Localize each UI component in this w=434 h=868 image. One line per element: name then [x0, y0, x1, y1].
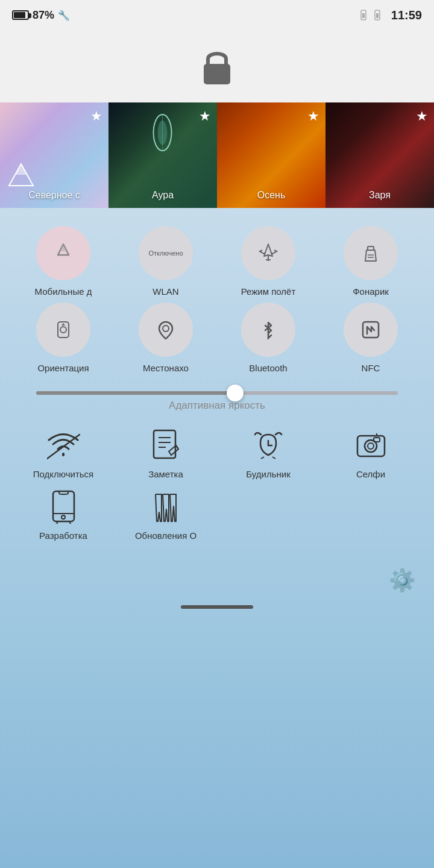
- theme-aura[interactable]: ★ Аура: [108, 102, 217, 208]
- brightness-label: Адаптивная яркость: [36, 400, 398, 412]
- svg-line-29: [272, 457, 275, 459]
- quick-label-airplane: Режим полёт: [241, 286, 296, 297]
- svg-line-25: [176, 445, 178, 449]
- quick-bluetooth[interactable]: Bluetooth: [226, 303, 310, 373]
- quick-label-location: Местонахо: [143, 363, 189, 373]
- selfie-icon: [353, 427, 389, 463]
- quick-orientation[interactable]: Ориентация: [21, 303, 105, 373]
- shortcut-connect[interactable]: Подключиться: [21, 427, 105, 479]
- theme-dawn[interactable]: ★ Заря: [326, 102, 434, 208]
- lock-icon-wrap: [199, 47, 235, 86]
- quick-circle-bluetooth: [241, 303, 295, 357]
- shortcut-selfie[interactable]: Селфи: [329, 427, 413, 479]
- quick-nfc[interactable]: NFC: [329, 303, 413, 373]
- brightness-fill: [36, 391, 235, 395]
- shortcut-label-developer: Разработка: [39, 530, 87, 541]
- alarm-icon: [250, 427, 286, 463]
- svg-rect-4: [204, 64, 230, 84]
- quick-circle-location: [139, 303, 193, 357]
- svg-rect-30: [357, 436, 385, 456]
- note-icon: [148, 427, 184, 463]
- quick-label-mobile: Мобильные д: [35, 286, 92, 297]
- theme-northern[interactable]: ★ Северное с: [0, 102, 108, 208]
- battery-percent: 87%: [33, 9, 54, 22]
- theme-label-aura: Аура: [108, 190, 217, 201]
- bluetooth-icon: [257, 318, 280, 341]
- svg-rect-3: [376, 13, 379, 18]
- theme-autumn[interactable]: ★ Осень: [217, 102, 326, 208]
- airplane-icon: [257, 242, 280, 265]
- quick-label-nfc: NFC: [362, 363, 380, 373]
- svg-point-32: [368, 443, 374, 449]
- shortcut-label-note: Заметка: [148, 469, 183, 479]
- brightness-track[interactable]: [36, 391, 398, 395]
- quick-airplane[interactable]: Режим полёт: [226, 226, 310, 297]
- orientation-icon: [52, 318, 75, 341]
- shortcut-developer[interactable]: Разработка: [21, 488, 105, 541]
- shortcut-updates[interactable]: Обновления О: [124, 488, 208, 541]
- battery-icon: [12, 10, 29, 20]
- quick-row-2: Ориентация Местонахо Bluetooth: [12, 303, 422, 373]
- quick-wlan[interactable]: Отключено WLAN: [124, 226, 208, 297]
- quick-circle-mobile: [36, 226, 90, 280]
- status-right: 11:59: [360, 8, 422, 22]
- svg-rect-33: [374, 438, 380, 442]
- location-icon: [154, 318, 177, 341]
- quick-circle-nfc: [344, 303, 398, 357]
- flashlight-icon: [359, 242, 382, 265]
- wifi-icon: [45, 427, 81, 463]
- svg-rect-35: [53, 491, 74, 521]
- shortcut-grid: Подключиться Заметка: [0, 415, 434, 556]
- quick-label-wlan: WLAN: [153, 286, 178, 297]
- svg-point-18: [163, 326, 169, 332]
- svg-point-37: [61, 515, 65, 519]
- svg-line-28: [261, 457, 264, 459]
- svg-rect-1: [362, 13, 365, 18]
- quick-circle-orientation: [36, 303, 90, 357]
- settings-gear-button[interactable]: ⚙️: [389, 568, 416, 593]
- sim-icons: [360, 10, 386, 20]
- shortcut-label-connect: Подключиться: [33, 469, 93, 479]
- home-bar[interactable]: [181, 605, 253, 609]
- shortcut-label-selfie: Селфи: [356, 469, 385, 479]
- settings-row: ⚙️: [0, 556, 434, 599]
- theme-label-autumn: Осень: [217, 190, 326, 201]
- sim1-icon: [360, 10, 373, 20]
- status-left: 87% 🔧: [12, 9, 70, 22]
- brightness-area: Адаптивная яркость: [0, 385, 434, 415]
- theme-star-northern: ★: [90, 108, 102, 124]
- theme-star-autumn: ★: [307, 108, 319, 124]
- shortcut-label-alarm: Будильник: [246, 469, 290, 479]
- quick-mobile[interactable]: Мобильные д: [21, 226, 105, 297]
- crystal-icon: [149, 112, 177, 154]
- shortcut-note[interactable]: Заметка: [124, 427, 208, 479]
- wlan-sublabel: Отключено: [149, 250, 183, 257]
- quick-label-bluetooth: Bluetooth: [249, 363, 287, 373]
- theme-label-northern: Северное с: [0, 190, 108, 201]
- time-display: 11:59: [391, 8, 422, 22]
- quick-location[interactable]: Местонахо: [124, 303, 208, 373]
- quick-settings: Мобильные д Отключено WLAN Режим полё: [0, 208, 434, 385]
- shortcut-row-2: Разработка Обновления О: [12, 488, 422, 541]
- quick-circle-wlan: Отключено: [139, 226, 193, 280]
- brightness-thumb[interactable]: [227, 385, 244, 401]
- quick-label-orientation: Ориентация: [37, 363, 89, 373]
- mountain-icon: [6, 163, 36, 187]
- mobile-data-icon: [52, 242, 75, 265]
- shortcut-label-updates: Обновления О: [135, 530, 197, 541]
- lock-area: [0, 30, 434, 102]
- developer-icon: [45, 488, 81, 524]
- shortcut-alarm[interactable]: Будильник: [226, 427, 310, 479]
- sim2-icon: [374, 10, 386, 20]
- nfc-icon: [359, 318, 382, 341]
- theme-star-aura: ★: [199, 108, 211, 124]
- quick-flashlight[interactable]: Фонарик: [329, 226, 413, 297]
- home-indicator: [0, 599, 434, 615]
- wrench-icon: 🔧: [58, 10, 70, 21]
- status-bar: 87% 🔧 11:59: [0, 0, 434, 30]
- quick-circle-airplane: [241, 226, 295, 280]
- theme-label-dawn: Заря: [326, 190, 434, 201]
- shortcut-row-1: Подключиться Заметка: [12, 427, 422, 479]
- quick-label-flashlight: Фонарик: [353, 286, 389, 297]
- updates-icon: [148, 488, 184, 524]
